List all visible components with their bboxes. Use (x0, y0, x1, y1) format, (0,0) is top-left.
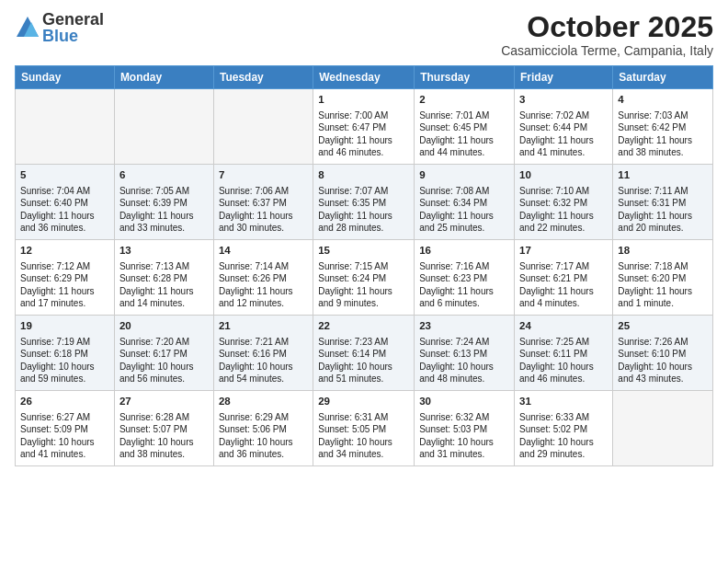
calendar-cell: 9Sunrise: 7:08 AMSunset: 6:34 PMDaylight… (415, 165, 515, 240)
day-info: Daylight: 10 hours and 48 minutes. (419, 361, 509, 385)
day-info: Sunrise: 7:06 AM (219, 185, 308, 198)
day-info: Sunset: 6:42 PM (618, 121, 708, 134)
day-info: Daylight: 10 hours and 38 minutes. (119, 436, 209, 461)
page-container: General Blue October 2025 Casamicciola T… (0, 0, 728, 563)
calendar-cell: 5Sunrise: 7:04 AMSunset: 6:40 PMDaylight… (16, 165, 115, 240)
calendar-week-3: 12Sunrise: 7:12 AMSunset: 6:29 PMDayligh… (16, 240, 713, 316)
day-number: 20 (119, 319, 209, 334)
calendar-cell: 30Sunrise: 6:32 AMSunset: 5:03 PMDayligh… (415, 391, 515, 466)
day-info: Sunrise: 7:25 AM (519, 336, 608, 349)
calendar-cell: 20Sunrise: 7:20 AMSunset: 6:17 PMDayligh… (114, 316, 213, 391)
day-info: Sunrise: 7:13 AM (119, 260, 209, 273)
day-info: Sunset: 5:03 PM (419, 423, 509, 436)
day-info: Daylight: 11 hours and 14 minutes. (119, 285, 209, 310)
header-wednesday: Wednesday (313, 66, 415, 89)
logo-text: General Blue (42, 11, 104, 44)
day-info: Sunrise: 7:08 AM (419, 185, 509, 198)
day-info: Sunset: 6:16 PM (219, 348, 308, 361)
day-info: Sunrise: 7:11 AM (618, 185, 708, 198)
day-number: 6 (119, 168, 209, 183)
day-info: Sunset: 6:20 PM (618, 272, 708, 285)
day-info: Daylight: 11 hours and 38 minutes. (618, 134, 708, 159)
day-info: Daylight: 11 hours and 12 minutes. (219, 285, 308, 310)
day-info: Daylight: 11 hours and 30 minutes. (219, 210, 308, 235)
day-info: Sunrise: 7:19 AM (20, 336, 109, 349)
calendar-cell: 22Sunrise: 7:23 AMSunset: 6:14 PMDayligh… (313, 316, 415, 391)
day-number: 7 (219, 168, 308, 183)
day-info: Sunset: 6:45 PM (419, 121, 509, 134)
calendar-cell: 29Sunrise: 6:31 AMSunset: 5:05 PMDayligh… (313, 391, 415, 466)
day-info: Daylight: 10 hours and 29 minutes. (519, 436, 608, 461)
day-info: Sunrise: 7:14 AM (219, 260, 308, 273)
day-info: Sunset: 6:39 PM (119, 197, 209, 210)
calendar-cell: 28Sunrise: 6:29 AMSunset: 5:06 PMDayligh… (213, 391, 313, 466)
calendar-cell: 27Sunrise: 6:28 AMSunset: 5:07 PMDayligh… (114, 391, 213, 466)
day-number: 26 (20, 395, 109, 409)
day-info: Sunrise: 7:02 AM (519, 109, 608, 122)
day-info: Sunset: 6:10 PM (618, 348, 708, 361)
calendar-cell: 3Sunrise: 7:02 AMSunset: 6:44 PMDaylight… (515, 89, 613, 165)
calendar-cell (213, 89, 313, 165)
day-number: 2 (419, 93, 509, 108)
day-info: Daylight: 10 hours and 36 minutes. (219, 436, 308, 461)
calendar-week-2: 5Sunrise: 7:04 AMSunset: 6:40 PMDaylight… (16, 165, 713, 240)
logo-general: General (42, 11, 104, 28)
day-info: Sunset: 5:06 PM (219, 423, 308, 436)
day-info: Sunrise: 7:00 AM (318, 109, 409, 122)
day-info: Sunrise: 7:18 AM (618, 260, 708, 273)
day-info: Sunset: 6:44 PM (519, 121, 608, 134)
logo: General Blue (15, 11, 104, 44)
day-number: 18 (618, 244, 708, 259)
day-info: Sunset: 6:28 PM (119, 272, 209, 285)
day-info: Daylight: 11 hours and 28 minutes. (318, 210, 409, 235)
day-info: Sunset: 6:17 PM (119, 348, 209, 361)
day-number: 14 (219, 244, 308, 259)
day-info: Daylight: 11 hours and 22 minutes. (519, 210, 608, 235)
day-info: Daylight: 11 hours and 33 minutes. (119, 210, 209, 235)
day-info: Sunset: 6:35 PM (318, 197, 409, 210)
day-info: Sunrise: 7:15 AM (318, 260, 409, 273)
calendar-cell (16, 89, 115, 165)
day-info: Sunset: 6:26 PM (219, 272, 308, 285)
day-number: 25 (618, 319, 708, 334)
day-info: Sunrise: 7:07 AM (318, 185, 409, 198)
day-info: Sunrise: 6:29 AM (219, 411, 308, 424)
day-info: Sunrise: 7:05 AM (119, 185, 209, 198)
header-friday: Friday (515, 66, 613, 89)
day-info: Daylight: 11 hours and 9 minutes. (318, 285, 409, 310)
day-info: Sunrise: 7:10 AM (519, 185, 608, 198)
day-info: Daylight: 10 hours and 56 minutes. (119, 361, 209, 385)
day-number: 15 (318, 244, 409, 259)
day-info: Sunrise: 6:33 AM (519, 411, 608, 424)
day-info: Daylight: 10 hours and 41 minutes. (20, 436, 109, 461)
day-number: 12 (20, 244, 109, 259)
day-info: Daylight: 10 hours and 59 minutes. (20, 361, 109, 385)
day-info: Sunset: 5:09 PM (20, 423, 109, 436)
day-info: Daylight: 10 hours and 34 minutes. (318, 436, 409, 461)
day-info: Sunrise: 7:04 AM (20, 185, 109, 198)
day-number: 1 (318, 93, 409, 108)
day-number: 5 (20, 168, 109, 183)
month-title: October 2025 (501, 11, 713, 43)
day-info: Daylight: 10 hours and 46 minutes. (519, 361, 608, 385)
day-info: Sunset: 6:14 PM (318, 348, 409, 361)
page-header: General Blue October 2025 Casamicciola T… (15, 11, 713, 58)
location-title: Casamicciola Terme, Campania, Italy (501, 43, 713, 58)
calendar-cell: 6Sunrise: 7:05 AMSunset: 6:39 PMDaylight… (114, 165, 213, 240)
day-number: 11 (618, 168, 708, 183)
day-info: Sunset: 6:37 PM (219, 197, 308, 210)
day-info: Daylight: 10 hours and 31 minutes. (419, 436, 509, 461)
logo-icon (15, 15, 40, 40)
day-info: Sunset: 6:24 PM (318, 272, 409, 285)
calendar-cell: 13Sunrise: 7:13 AMSunset: 6:28 PMDayligh… (114, 240, 213, 316)
day-info: Sunset: 6:32 PM (519, 197, 608, 210)
day-info: Daylight: 11 hours and 1 minute. (618, 285, 708, 310)
calendar-cell: 2Sunrise: 7:01 AMSunset: 6:45 PMDaylight… (415, 89, 515, 165)
calendar-cell: 1Sunrise: 7:00 AMSunset: 6:47 PMDaylight… (313, 89, 415, 165)
day-number: 9 (419, 168, 509, 183)
header-saturday: Saturday (613, 66, 713, 89)
day-info: Daylight: 11 hours and 46 minutes. (318, 134, 409, 159)
day-info: Sunrise: 7:23 AM (318, 336, 409, 349)
day-number: 19 (20, 319, 109, 334)
calendar-cell: 11Sunrise: 7:11 AMSunset: 6:31 PMDayligh… (613, 165, 713, 240)
